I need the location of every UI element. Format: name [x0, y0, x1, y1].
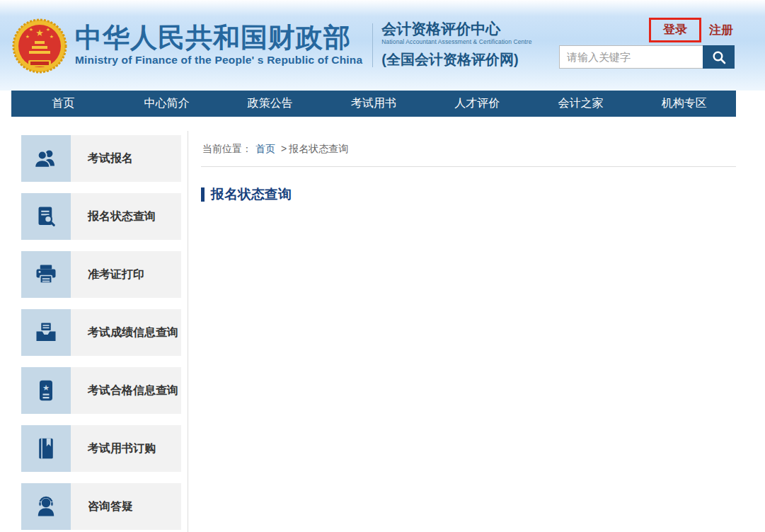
section-title-text: 报名状态查询: [211, 185, 292, 204]
sidebar-item-registration-status[interactable]: 报名状态查询: [21, 193, 181, 240]
sidebar-item-label: 准考证打印: [71, 251, 181, 298]
breadcrumb-prefix: 当前位置：: [202, 143, 252, 154]
sidebar-item-label: 报名状态查询: [71, 193, 181, 240]
printer-icon: [33, 262, 59, 287]
login-link[interactable]: 登录: [663, 23, 687, 36]
ministry-title-block: 中华人民共和国财政部 Ministry of Finance of the Pe…: [75, 24, 362, 66]
page-header: ★ ★ ★ ★ ★ 中华人民共和国财政部 Ministry of Finance…: [0, 0, 765, 91]
sidebar-item-exam-pass-query[interactable]: ★ 考试合格信息查询: [21, 367, 181, 414]
header-divider: [372, 23, 373, 67]
nav-item-talent-evaluation[interactable]: 人才评价: [425, 91, 529, 117]
sidebar-item-admission-ticket-print[interactable]: 准考证打印: [21, 251, 181, 298]
svg-text:★: ★: [35, 28, 44, 38]
search-bar: [559, 45, 735, 69]
nav-item-center-intro[interactable]: 中心简介: [115, 91, 218, 117]
login-highlight-box: 登录: [649, 18, 701, 42]
book-icon: [33, 436, 59, 461]
section-title-bar: [201, 187, 205, 202]
search-input[interactable]: [559, 45, 703, 69]
sidebar-item-label: 考试成绩信息查询: [71, 309, 181, 356]
center-title-en: National Accountant Assessment & Certifi…: [381, 38, 531, 45]
center-title-block: 会计资格评价中心 National Accountant Assessment …: [381, 21, 531, 69]
certificate-badge-icon: ★: [33, 378, 59, 403]
sidebar-item-exam-book-order[interactable]: 考试用书订购: [21, 425, 181, 472]
sidebar-item-label: 考试合格信息查询: [71, 367, 181, 414]
sidebar-item-label: 考试用书订购: [71, 425, 181, 472]
nav-item-institution-zone[interactable]: 机构专区: [633, 91, 736, 117]
nav-item-home[interactable]: 首页: [11, 91, 115, 117]
main-navbar: 首页 中心简介 政策公告 考试用书 人才评价 会计之家 机构专区: [11, 91, 736, 117]
sidebar-item-label: 考试报名: [71, 135, 181, 182]
breadcrumb-separator: >: [281, 143, 287, 154]
svg-text:★: ★: [50, 34, 54, 39]
svg-text:★: ★: [29, 27, 33, 32]
sidebar-item-exam-score-query[interactable]: 考试成绩信息查询: [21, 309, 181, 356]
breadcrumb: 当前位置：首页>报名状态查询: [201, 131, 736, 167]
headset-support-icon: [33, 494, 59, 519]
sidebar-item-consultation[interactable]: 咨询答疑: [21, 483, 181, 530]
breadcrumb-current: 报名状态查询: [289, 143, 348, 154]
sidebar-menu: 考试报名 报名状态查询: [21, 135, 181, 532]
inbox-document-icon: [33, 320, 59, 345]
ministry-title-cn: 中华人民共和国财政部: [75, 24, 362, 52]
search-icon: [711, 50, 727, 65]
site-title-cn: (全国会计资格评价网): [381, 50, 531, 69]
national-emblem-icon: ★ ★ ★ ★ ★: [11, 18, 68, 74]
page-body: 考试报名 报名状态查询: [11, 117, 736, 532]
main-content: 当前位置：首页>报名状态查询 报名状态查询: [188, 131, 736, 532]
document-search-icon: [33, 204, 59, 229]
svg-text:★: ★: [46, 27, 50, 32]
nav-item-policy-announcements[interactable]: 政策公告: [219, 91, 322, 117]
register-link[interactable]: 注册: [709, 23, 733, 37]
search-button[interactable]: [703, 45, 735, 69]
svg-text:★: ★: [25, 34, 30, 39]
svg-text:★: ★: [42, 383, 50, 392]
nav-item-accountant-home[interactable]: 会计之家: [529, 91, 632, 117]
center-title-cn: 会计资格评价中心: [381, 21, 531, 37]
header-right-area: 登录 注册: [559, 17, 735, 69]
sidebar-item-exam-registration[interactable]: 考试报名: [21, 135, 181, 182]
section-title: 报名状态查询: [201, 185, 736, 204]
sidebar-item-label: 咨询答疑: [71, 483, 181, 530]
auth-row: 登录 注册: [559, 17, 735, 43]
users-icon: [33, 146, 59, 171]
breadcrumb-home-link[interactable]: 首页: [255, 143, 275, 154]
ministry-title-en: Ministry of Finance of the People' s Rep…: [75, 54, 362, 66]
nav-item-exam-books[interactable]: 考试用书: [322, 91, 425, 117]
